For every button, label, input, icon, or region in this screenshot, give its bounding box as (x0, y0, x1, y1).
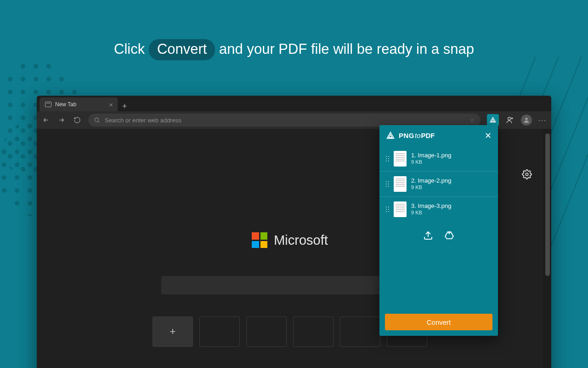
search-icon (94, 117, 100, 123)
file-size: 9 KB (411, 210, 451, 216)
newtab-page-icon (45, 102, 51, 107)
svg-point-0 (95, 118, 98, 121)
upload-icon[interactable] (423, 230, 434, 243)
file-name: 1. Image-1.png (411, 152, 451, 159)
profile-avatar[interactable] (521, 115, 532, 126)
close-popup-icon[interactable]: ✕ (485, 131, 492, 141)
vertical-scrollbar[interactable] (543, 129, 551, 368)
svg-point-3 (526, 173, 528, 176)
quick-link-tile[interactable] (199, 316, 240, 347)
file-thumbnail (394, 201, 407, 217)
add-quick-link-tile[interactable]: + (153, 316, 193, 347)
address-placeholder: Search or enter web address (105, 117, 181, 124)
quick-link-tile[interactable] (293, 316, 334, 347)
convert-button[interactable]: Convert (385, 314, 492, 330)
forward-button[interactable] (57, 115, 66, 125)
new-tab-button[interactable]: + (122, 102, 127, 111)
microsoft-wordmark: Microsoft (274, 233, 328, 248)
drag-handle-icon[interactable] (386, 207, 389, 212)
add-profile-icon[interactable] (505, 115, 514, 125)
svg-point-2 (526, 118, 528, 120)
browser-tab[interactable]: New Tab × (40, 98, 118, 111)
quick-link-tile[interactable] (340, 316, 380, 347)
refresh-button[interactable] (73, 115, 82, 125)
file-list: 1. Image-1.png 9 KB 2. Image-2.png 9 KB … (379, 144, 498, 222)
file-size: 9 KB (411, 184, 451, 191)
file-name: 2. Image-2.png (411, 177, 451, 184)
drag-handle-icon[interactable] (386, 181, 389, 187)
promo-tagline: Click Convert and your PDF file will be … (0, 39, 588, 60)
popup-brand: PNGtoPDF (386, 131, 435, 140)
brand-logo-icon (386, 131, 395, 140)
settings-gear-icon[interactable] (522, 169, 532, 179)
tab-strip: New Tab × + (37, 96, 551, 111)
quick-link-tile[interactable] (246, 316, 287, 347)
tagline-highlight: Convert (149, 39, 215, 60)
file-name: 3. Image-3.png (411, 202, 451, 210)
file-size: 9 KB (411, 159, 451, 166)
file-row[interactable]: 3. Image-3.png 9 KB (379, 197, 498, 222)
favorite-icon[interactable]: ☆ (469, 117, 475, 124)
file-thumbnail (394, 151, 407, 167)
tab-title: New Tab (55, 101, 76, 108)
svg-point-1 (508, 117, 511, 120)
microsoft-logo-icon (252, 232, 267, 248)
google-drive-icon[interactable] (444, 230, 455, 243)
back-button[interactable] (41, 115, 51, 125)
file-row[interactable]: 2. Image-2.png 9 KB (379, 172, 498, 197)
address-bar[interactable]: Search or enter web address ☆ (88, 114, 481, 126)
drag-handle-icon[interactable] (386, 156, 389, 161)
file-thumbnail (394, 176, 407, 192)
file-row[interactable]: 1. Image-1.png 9 KB (379, 146, 498, 172)
extension-icon-pngtopdf[interactable] (487, 114, 499, 126)
more-menu-icon[interactable]: ··· (538, 116, 547, 124)
extension-popup: PNGtoPDF ✕ 1. Image-1.png 9 KB 2. Image-… (379, 125, 498, 336)
close-tab-icon[interactable]: × (109, 101, 113, 108)
